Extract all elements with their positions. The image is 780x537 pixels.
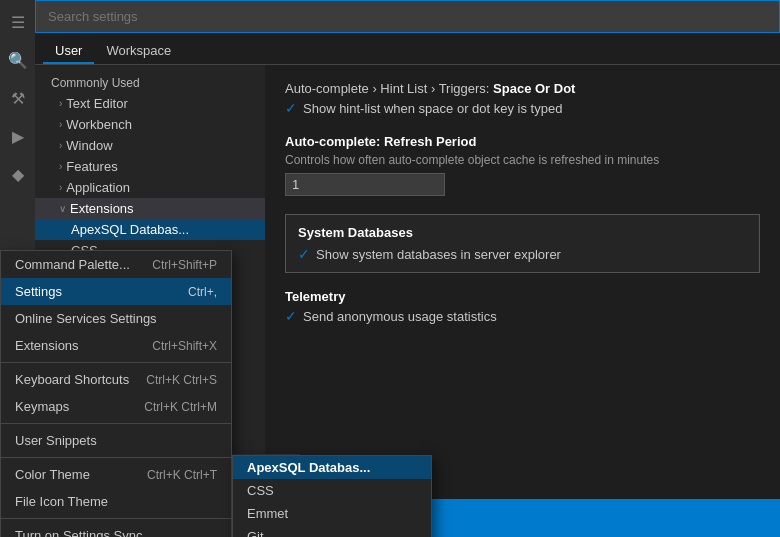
nav-section-header: Commonly Used bbox=[35, 73, 265, 93]
nav-item-label: Text Editor bbox=[66, 96, 127, 111]
menu-item-color-theme[interactable]: Color Theme Ctrl+K Ctrl+T bbox=[1, 461, 231, 488]
tab-bar: User Workspace bbox=[35, 33, 780, 65]
nav-item-extensions[interactable]: ∨ Extensions bbox=[35, 198, 265, 219]
menu-item-keymaps[interactable]: Keymaps Ctrl+K Ctrl+M bbox=[1, 393, 231, 420]
menu-item-label: User Snippets bbox=[15, 433, 97, 448]
telemetry-checkbox-label: Send anonymous usage statistics bbox=[303, 309, 497, 324]
autocomplete-hint-title: Auto-complete › Hint List › Triggers: Sp… bbox=[285, 81, 760, 96]
check-icon: ✓ bbox=[285, 100, 297, 116]
chevron-icon: › bbox=[59, 161, 62, 172]
sub-menu-item-css[interactable]: CSS bbox=[233, 479, 431, 502]
menu-item-shortcut: Ctrl+K Ctrl+S bbox=[146, 373, 217, 387]
menu-divider bbox=[1, 518, 231, 519]
menu-divider bbox=[1, 457, 231, 458]
nav-item-label: Extensions bbox=[70, 201, 134, 216]
menu-item-shortcut: Ctrl+, bbox=[188, 285, 217, 299]
menu-item-extensions[interactable]: Extensions Ctrl+Shift+X bbox=[1, 332, 231, 359]
autocomplete-hint-checkbox-row: ✓ Show hint-list when space or dot key i… bbox=[285, 100, 760, 116]
menu-item-keyboard-shortcuts[interactable]: Keyboard Shortcuts Ctrl+K Ctrl+S bbox=[1, 366, 231, 393]
tab-user[interactable]: User bbox=[43, 39, 94, 64]
menu-item-file-icon-theme[interactable]: File Icon Theme bbox=[1, 488, 231, 515]
nav-item-label: Application bbox=[66, 180, 130, 195]
autocomplete-refresh-title: Auto-complete: Refresh Period bbox=[285, 134, 760, 149]
debug-icon[interactable]: ▶ bbox=[4, 122, 32, 150]
chevron-icon: › bbox=[59, 182, 62, 193]
menu-item-label: Online Services Settings bbox=[15, 311, 157, 326]
context-menu: Command Palette... Ctrl+Shift+P Settings… bbox=[0, 250, 232, 537]
menu-item-label: File Icon Theme bbox=[15, 494, 108, 509]
check-icon: ✓ bbox=[298, 246, 310, 262]
chevron-icon: › bbox=[59, 140, 62, 151]
autocomplete-refresh-desc: Controls how often auto-complete object … bbox=[285, 153, 760, 167]
telemetry-title: Telemetry bbox=[285, 289, 760, 304]
menu-item-label: Keyboard Shortcuts bbox=[15, 372, 129, 387]
explorer-icon[interactable]: ☰ bbox=[4, 8, 32, 36]
nav-item-workbench[interactable]: › Workbench bbox=[35, 114, 265, 135]
menu-item-label: Keymaps bbox=[15, 399, 69, 414]
check-icon: ✓ bbox=[285, 308, 297, 324]
search-icon[interactable]: 🔍 bbox=[4, 46, 32, 74]
menu-item-settings[interactable]: Settings Ctrl+, bbox=[1, 278, 231, 305]
telemetry-block: Telemetry ✓ Send anonymous usage statist… bbox=[285, 289, 760, 324]
nav-item-features[interactable]: › Features bbox=[35, 156, 265, 177]
chevron-icon: › bbox=[59, 119, 62, 130]
menu-divider bbox=[1, 423, 231, 424]
system-db-block: System Databases ✓ Show system databases… bbox=[285, 214, 760, 273]
menu-item-label: Command Palette... bbox=[15, 257, 130, 272]
menu-item-online-services[interactable]: Online Services Settings bbox=[1, 305, 231, 332]
menu-item-shortcut: Ctrl+K Ctrl+M bbox=[144, 400, 217, 414]
chevron-icon: › bbox=[59, 98, 62, 109]
telemetry-checkbox-row: ✓ Send anonymous usage statistics bbox=[285, 308, 760, 324]
menu-item-shortcut: Ctrl+Shift+X bbox=[152, 339, 217, 353]
menu-item-label: Turn on Settings Sync... bbox=[15, 528, 153, 537]
menu-item-settings-sync[interactable]: Turn on Settings Sync... bbox=[1, 522, 231, 537]
chevron-icon: ∨ bbox=[59, 203, 66, 214]
nav-item-label: Features bbox=[66, 159, 117, 174]
autocomplete-hint-checkbox-label: Show hint-list when space or dot key is … bbox=[303, 101, 562, 116]
extensions-icon[interactable]: ◆ bbox=[4, 160, 32, 188]
menu-item-shortcut: Ctrl+Shift+P bbox=[152, 258, 217, 272]
menu-item-label: Settings bbox=[15, 284, 62, 299]
menu-item-label: Extensions bbox=[15, 338, 79, 353]
tab-workspace[interactable]: Workspace bbox=[94, 39, 183, 64]
system-db-checkbox-label: Show system databases in server explorer bbox=[316, 247, 561, 262]
nav-sub-item-apexsql[interactable]: ApexSQL Databas... bbox=[35, 219, 265, 240]
autocomplete-hint-block: Auto-complete › Hint List › Triggers: Sp… bbox=[285, 81, 760, 116]
sub-menu-item-git[interactable]: Git bbox=[233, 525, 431, 537]
nav-item-text-editor[interactable]: › Text Editor bbox=[35, 93, 265, 114]
search-input[interactable] bbox=[35, 0, 780, 33]
extensions-sub-menu: ApexSQL Databas... CSS Emmet Git GitHub … bbox=[232, 455, 432, 537]
nav-item-application[interactable]: › Application bbox=[35, 177, 265, 198]
autocomplete-refresh-block: Auto-complete: Refresh Period Controls h… bbox=[285, 134, 760, 196]
menu-item-user-snippets[interactable]: User Snippets bbox=[1, 427, 231, 454]
menu-item-shortcut: Ctrl+K Ctrl+T bbox=[147, 468, 217, 482]
autocomplete-refresh-input[interactable] bbox=[285, 173, 445, 196]
nav-item-label: Workbench bbox=[66, 117, 132, 132]
sub-menu-item-emmet[interactable]: Emmet bbox=[233, 502, 431, 525]
sub-menu-item-apexsql[interactable]: ApexSQL Databas... bbox=[233, 456, 431, 479]
menu-item-label: Color Theme bbox=[15, 467, 90, 482]
system-db-title: System Databases bbox=[298, 225, 747, 240]
menu-divider bbox=[1, 362, 231, 363]
nav-item-window[interactable]: › Window bbox=[35, 135, 265, 156]
menu-item-command-palette[interactable]: Command Palette... Ctrl+Shift+P bbox=[1, 251, 231, 278]
system-db-checkbox-row: ✓ Show system databases in server explor… bbox=[298, 246, 747, 262]
nav-item-label: Window bbox=[66, 138, 112, 153]
source-control-icon[interactable]: ⚒ bbox=[4, 84, 32, 112]
